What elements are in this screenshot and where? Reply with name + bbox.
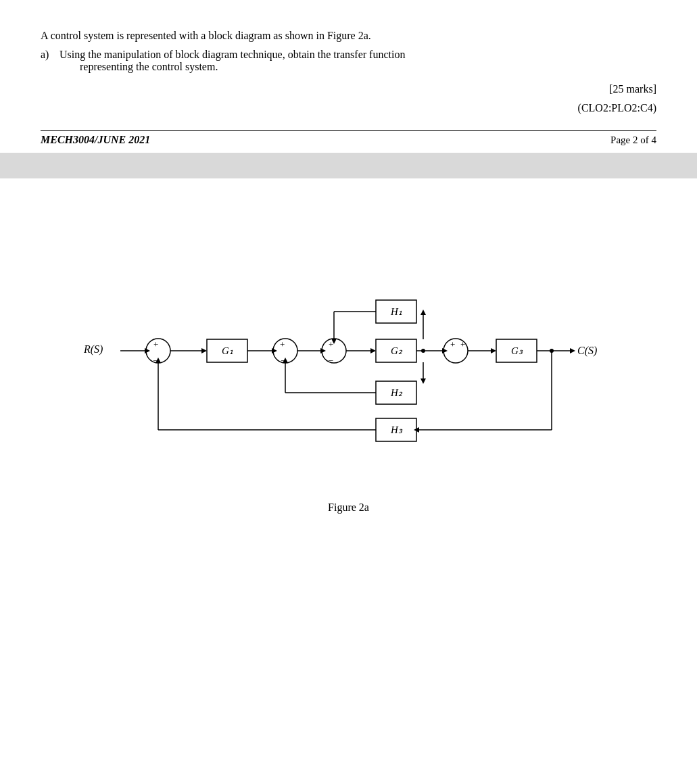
sum4-plus2: + xyxy=(460,339,465,349)
figure-caption: Figure 2a xyxy=(328,501,369,514)
rs-label: R(S) xyxy=(83,343,103,356)
footer-row: MECH3004/JUNE 2021 Page 2 of 4 xyxy=(41,134,656,146)
question-label: a) xyxy=(41,49,59,73)
svg-marker-11 xyxy=(320,348,326,353)
marks-block: [25 marks] (CLO2:PLO2:C4) xyxy=(41,80,656,119)
cs-label: C(S) xyxy=(577,345,597,357)
divider xyxy=(41,130,656,131)
svg-marker-26 xyxy=(420,310,426,315)
shaded-bar xyxy=(0,153,697,178)
diagram-section: R(S) + _ G₁ + _ xyxy=(41,205,656,514)
sum4-plus1: + xyxy=(450,339,455,349)
g2-label: G₂ xyxy=(391,345,403,356)
intro-text: A control system is represented with a b… xyxy=(41,27,656,45)
h1-label: H₁ xyxy=(390,306,402,317)
block-diagram-svg: R(S) + _ G₁ + _ xyxy=(72,205,626,489)
clo-text: (CLO2:PLO2:C4) xyxy=(41,99,656,118)
page: A control system is represented with a b… xyxy=(0,0,697,784)
page-number: Page 2 of 4 xyxy=(610,134,656,146)
svg-point-43 xyxy=(421,349,425,353)
marks-text: [25 marks] xyxy=(41,80,656,99)
sum1-plus: + xyxy=(153,339,158,349)
question-text: Using the manipulation of block diagram … xyxy=(59,49,405,73)
svg-marker-33 xyxy=(420,378,426,384)
svg-marker-20 xyxy=(491,348,496,353)
svg-marker-5 xyxy=(201,348,207,353)
h2-label: H₂ xyxy=(390,387,403,398)
svg-marker-23 xyxy=(570,348,575,353)
svg-point-44 xyxy=(550,349,554,353)
course-code: MECH3004/JUNE 2021 xyxy=(41,134,150,146)
g3-label: G₃ xyxy=(511,345,523,356)
sum2-plus: + xyxy=(280,339,285,349)
svg-marker-8 xyxy=(272,348,277,353)
svg-marker-17 xyxy=(442,348,448,353)
question-a: a) Using the manipulation of block diagr… xyxy=(41,49,656,73)
sum3-minus: _ xyxy=(328,351,333,362)
g1-label: G₁ xyxy=(222,345,233,356)
h3-label: H₃ xyxy=(390,424,403,435)
svg-point-3 xyxy=(145,349,148,352)
svg-marker-14 xyxy=(370,348,376,353)
